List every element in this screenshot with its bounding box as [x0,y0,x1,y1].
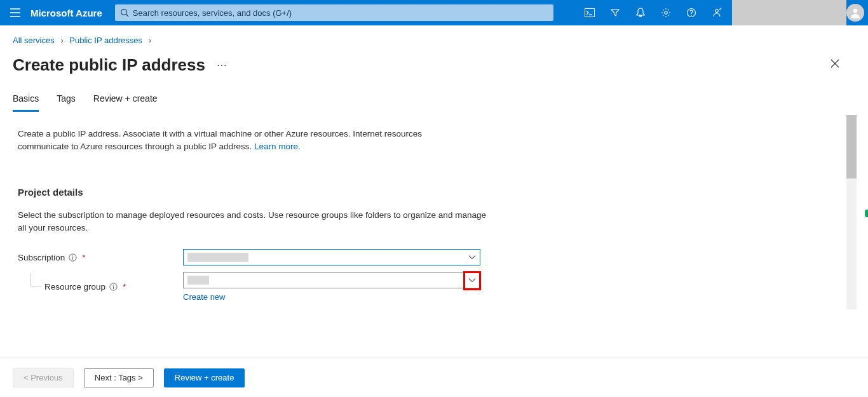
resource-group-label: Resource group [44,282,105,292]
chevron-down-icon [468,276,476,285]
subscription-row: Subscription * [18,249,834,266]
tab-basics[interactable]: Basics [13,93,39,112]
info-icon[interactable] [109,283,118,291]
filter-icon[interactable] [602,0,628,25]
chevron-right-icon: › [60,36,63,45]
brand-label[interactable]: Microsoft Azure [31,8,111,18]
svg-rect-2 [585,9,595,17]
menu-icon[interactable] [0,0,31,25]
svg-point-6 [691,15,691,15]
scrollbar-thumb[interactable] [846,115,857,178]
account-info[interactable] [732,0,846,25]
project-details-desc: Select the subscription to manage deploy… [18,209,488,234]
intro-body: Create a public IP address. Associate it… [18,129,422,151]
svg-rect-11 [72,257,73,260]
svg-point-7 [715,10,719,13]
svg-point-0 [121,10,126,15]
tab-tags[interactable]: Tags [57,93,76,112]
previous-button: < Previous [13,368,74,387]
chevron-right-icon: › [149,36,151,45]
breadcrumb: All services › Public IP addresses › [0,25,868,49]
settings-icon[interactable] [653,0,679,25]
resource-group-value [187,276,209,285]
subscription-value [187,253,248,262]
svg-rect-14 [113,286,114,289]
page-title: Create public IP address [13,55,205,75]
resource-group-select[interactable] [183,272,480,288]
edge-marker [865,210,868,217]
help-icon[interactable] [679,0,704,25]
breadcrumb-all-services[interactable]: All services [13,36,55,45]
svg-line-1 [126,14,128,17]
required-indicator: * [82,253,85,262]
tab-review[interactable]: Review + create [93,93,158,112]
more-icon[interactable]: ⋯ [217,59,228,71]
notifications-icon[interactable] [628,0,653,25]
required-indicator: * [123,282,126,292]
review-create-button[interactable]: Review + create [164,368,245,387]
content-area: Create a public IP address. Associate it… [0,112,846,360]
svg-point-10 [72,255,74,257]
feedback-icon[interactable] [704,0,729,25]
next-button[interactable]: Next : Tags > [84,368,154,387]
subscription-select[interactable] [183,249,480,266]
close-icon[interactable] [830,58,840,71]
project-details-heading: Project details [18,187,834,198]
topbar: Microsoft Azure [0,0,868,25]
avatar[interactable] [846,4,864,22]
info-icon[interactable] [69,253,77,262]
search-icon [120,8,129,17]
resource-group-row: Resource group * Create new [18,272,834,302]
search-input[interactable] [133,8,548,18]
svg-point-4 [665,11,667,14]
chevron-down-icon [468,253,476,262]
create-new-link[interactable]: Create new [183,292,225,302]
cloud-shell-icon[interactable] [577,0,602,25]
subscription-label: Subscription [18,253,65,262]
footer: < Previous Next : Tags > Review + create [0,358,868,397]
breadcrumb-public-ip[interactable]: Public IP addresses [69,36,142,45]
svg-point-8 [853,9,857,13]
svg-point-13 [113,285,114,286]
tabs: Basics Tags Review + create [0,81,868,112]
global-search[interactable] [115,4,553,21]
intro-text: Create a public IP address. Associate it… [18,128,475,152]
learn-more-link[interactable]: Learn more. [254,142,301,151]
title-row: Create public IP address ⋯ [0,49,868,81]
